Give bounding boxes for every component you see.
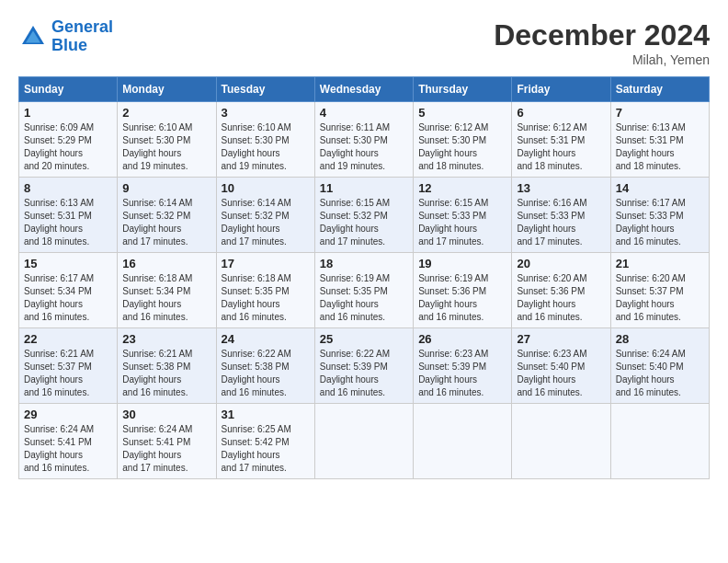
calendar-cell: [512, 404, 610, 479]
day-info: Sunrise: 6:12 AM Sunset: 5:31 PM Dayligh…: [517, 121, 605, 173]
day-number: 23: [122, 332, 210, 346]
day-info: Sunrise: 6:18 AM Sunset: 5:34 PM Dayligh…: [122, 272, 210, 324]
day-info: Sunrise: 6:13 AM Sunset: 5:31 PM Dayligh…: [616, 121, 704, 173]
day-number: 14: [616, 181, 704, 195]
day-number: 6: [517, 106, 605, 120]
calendar-cell: 11 Sunrise: 6:15 AM Sunset: 5:32 PM Dayl…: [314, 178, 413, 253]
page-header: General Blue December 2024 Milah, Yemen: [18, 18, 710, 67]
calendar-cell: 13 Sunrise: 6:16 AM Sunset: 5:33 PM Dayl…: [512, 178, 610, 253]
day-number: 20: [517, 257, 605, 270]
day-info: Sunrise: 6:25 AM Sunset: 5:42 PM Dayligh…: [222, 423, 310, 475]
day-info: Sunrise: 6:21 AM Sunset: 5:37 PM Dayligh…: [24, 348, 112, 399]
day-info: Sunrise: 6:14 AM Sunset: 5:32 PM Dayligh…: [222, 197, 310, 248]
day-number: 27: [517, 332, 605, 346]
calendar-cell: 6 Sunrise: 6:12 AM Sunset: 5:31 PM Dayli…: [512, 102, 610, 178]
day-info: Sunrise: 6:20 AM Sunset: 5:37 PM Dayligh…: [616, 272, 704, 324]
day-info: Sunrise: 6:24 AM Sunset: 5:41 PM Dayligh…: [122, 423, 210, 475]
calendar-cell: 4 Sunrise: 6:11 AM Sunset: 5:30 PM Dayli…: [314, 102, 413, 178]
day-info: Sunrise: 6:18 AM Sunset: 5:35 PM Dayligh…: [222, 272, 310, 324]
location: Milah, Yemen: [494, 52, 710, 67]
day-number: 11: [320, 181, 408, 195]
col-tuesday: Tuesday: [216, 77, 314, 102]
calendar-week-2: 8 Sunrise: 6:13 AM Sunset: 5:31 PM Dayli…: [19, 178, 710, 253]
day-info: Sunrise: 6:24 AM Sunset: 5:41 PM Dayligh…: [24, 423, 112, 475]
calendar-cell: 2 Sunrise: 6:10 AM Sunset: 5:30 PM Dayli…: [118, 102, 216, 178]
day-info: Sunrise: 6:20 AM Sunset: 5:36 PM Dayligh…: [517, 272, 605, 324]
day-info: Sunrise: 6:23 AM Sunset: 5:39 PM Dayligh…: [418, 348, 506, 399]
day-info: Sunrise: 6:11 AM Sunset: 5:30 PM Dayligh…: [320, 121, 408, 173]
calendar-cell: 17 Sunrise: 6:18 AM Sunset: 5:35 PM Dayl…: [216, 253, 314, 328]
day-info: Sunrise: 6:13 AM Sunset: 5:31 PM Dayligh…: [24, 197, 112, 248]
day-number: 28: [616, 332, 704, 346]
day-number: 7: [616, 106, 704, 120]
day-number: 26: [418, 332, 506, 346]
calendar-cell: 15 Sunrise: 6:17 AM Sunset: 5:34 PM Dayl…: [19, 253, 118, 328]
calendar-cell: 19 Sunrise: 6:19 AM Sunset: 5:36 PM Dayl…: [414, 253, 512, 328]
day-info: Sunrise: 6:15 AM Sunset: 5:33 PM Dayligh…: [418, 197, 506, 248]
month-title: December 2024: [494, 18, 710, 52]
calendar-week-5: 29 Sunrise: 6:24 AM Sunset: 5:41 PM Dayl…: [19, 404, 710, 479]
calendar-cell: 10 Sunrise: 6:14 AM Sunset: 5:32 PM Dayl…: [216, 178, 314, 253]
calendar-cell: 26 Sunrise: 6:23 AM Sunset: 5:39 PM Dayl…: [414, 328, 512, 404]
calendar-table: Sunday Monday Tuesday Wednesday Thursday…: [18, 76, 710, 479]
calendar-cell: 1 Sunrise: 6:09 AM Sunset: 5:29 PM Dayli…: [19, 102, 118, 178]
day-info: Sunrise: 6:23 AM Sunset: 5:40 PM Dayligh…: [517, 348, 605, 399]
calendar-week-1: 1 Sunrise: 6:09 AM Sunset: 5:29 PM Dayli…: [19, 102, 710, 178]
logo-icon: [18, 22, 48, 52]
day-number: 10: [222, 181, 310, 195]
col-sunday: Sunday: [19, 77, 118, 102]
calendar-cell: 16 Sunrise: 6:18 AM Sunset: 5:34 PM Dayl…: [118, 253, 216, 328]
calendar-cell: 8 Sunrise: 6:13 AM Sunset: 5:31 PM Dayli…: [19, 178, 118, 253]
logo: General Blue: [18, 18, 113, 55]
day-number: 24: [222, 332, 310, 346]
day-number: 13: [517, 181, 605, 195]
calendar-cell: 28 Sunrise: 6:24 AM Sunset: 5:40 PM Dayl…: [610, 328, 709, 404]
day-number: 21: [616, 257, 704, 270]
calendar-body: 1 Sunrise: 6:09 AM Sunset: 5:29 PM Dayli…: [19, 102, 710, 479]
logo-text: General Blue: [51, 18, 113, 55]
day-info: Sunrise: 6:10 AM Sunset: 5:30 PM Dayligh…: [222, 121, 310, 173]
calendar-week-3: 15 Sunrise: 6:17 AM Sunset: 5:34 PM Dayl…: [19, 253, 710, 328]
col-friday: Friday: [512, 77, 610, 102]
day-number: 17: [222, 257, 310, 270]
calendar-cell: 18 Sunrise: 6:19 AM Sunset: 5:35 PM Dayl…: [314, 253, 413, 328]
header-row: Sunday Monday Tuesday Wednesday Thursday…: [19, 77, 710, 102]
title-block: December 2024 Milah, Yemen: [494, 18, 710, 67]
day-info: Sunrise: 6:19 AM Sunset: 5:36 PM Dayligh…: [418, 272, 506, 324]
calendar-cell: 29 Sunrise: 6:24 AM Sunset: 5:41 PM Dayl…: [19, 404, 118, 479]
calendar-cell: 23 Sunrise: 6:21 AM Sunset: 5:38 PM Dayl…: [118, 328, 216, 404]
day-number: 25: [320, 332, 408, 346]
day-number: 1: [24, 106, 112, 120]
day-info: Sunrise: 6:16 AM Sunset: 5:33 PM Dayligh…: [517, 197, 605, 248]
day-number: 29: [24, 408, 112, 421]
calendar-cell: 20 Sunrise: 6:20 AM Sunset: 5:36 PM Dayl…: [512, 253, 610, 328]
day-number: 3: [222, 106, 310, 120]
day-info: Sunrise: 6:09 AM Sunset: 5:29 PM Dayligh…: [24, 121, 112, 173]
calendar-cell: [610, 404, 709, 479]
col-saturday: Saturday: [610, 77, 709, 102]
calendar-cell: 30 Sunrise: 6:24 AM Sunset: 5:41 PM Dayl…: [118, 404, 216, 479]
day-number: 12: [418, 181, 506, 195]
calendar-cell: [314, 404, 413, 479]
col-thursday: Thursday: [414, 77, 512, 102]
calendar-cell: 12 Sunrise: 6:15 AM Sunset: 5:33 PM Dayl…: [414, 178, 512, 253]
calendar-cell: 9 Sunrise: 6:14 AM Sunset: 5:32 PM Dayli…: [118, 178, 216, 253]
day-info: Sunrise: 6:22 AM Sunset: 5:39 PM Dayligh…: [320, 348, 408, 399]
day-number: 4: [320, 106, 408, 120]
day-info: Sunrise: 6:17 AM Sunset: 5:34 PM Dayligh…: [24, 272, 112, 324]
calendar-cell: 31 Sunrise: 6:25 AM Sunset: 5:42 PM Dayl…: [216, 404, 314, 479]
day-number: 2: [122, 106, 210, 120]
calendar-week-4: 22 Sunrise: 6:21 AM Sunset: 5:37 PM Dayl…: [19, 328, 710, 404]
day-info: Sunrise: 6:24 AM Sunset: 5:40 PM Dayligh…: [616, 348, 704, 399]
day-info: Sunrise: 6:17 AM Sunset: 5:33 PM Dayligh…: [616, 197, 704, 248]
day-number: 15: [24, 257, 112, 270]
calendar-cell: 22 Sunrise: 6:21 AM Sunset: 5:37 PM Dayl…: [19, 328, 118, 404]
calendar-cell: 25 Sunrise: 6:22 AM Sunset: 5:39 PM Dayl…: [314, 328, 413, 404]
calendar-header: Sunday Monday Tuesday Wednesday Thursday…: [19, 77, 710, 102]
calendar-cell: [414, 404, 512, 479]
day-number: 31: [222, 408, 310, 421]
calendar-cell: 7 Sunrise: 6:13 AM Sunset: 5:31 PM Dayli…: [610, 102, 709, 178]
day-info: Sunrise: 6:10 AM Sunset: 5:30 PM Dayligh…: [122, 121, 210, 173]
col-monday: Monday: [118, 77, 216, 102]
day-info: Sunrise: 6:19 AM Sunset: 5:35 PM Dayligh…: [320, 272, 408, 324]
